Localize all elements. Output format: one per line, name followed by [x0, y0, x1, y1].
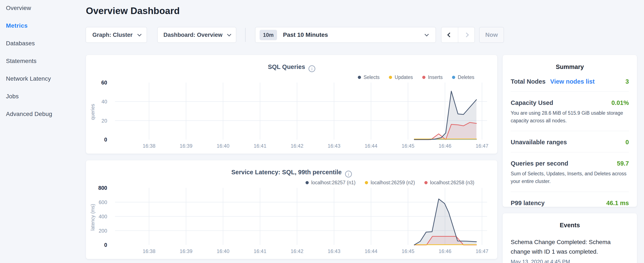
sidebar-item-jobs[interactable]: Jobs — [6, 93, 52, 100]
events-title: Events — [511, 222, 629, 229]
legend-dot-icon — [452, 76, 455, 79]
summary-row-queries-per-second: Queries per second 59.7 — [511, 160, 629, 167]
svg-text:16:39: 16:39 — [180, 143, 192, 149]
sidebar: Overview Metrics Databases Statements Ne… — [6, 5, 52, 117]
svg-text:16:43: 16:43 — [328, 248, 340, 254]
info-icon[interactable]: i — [345, 171, 352, 177]
view-nodes-list-link[interactable]: View nodes list — [550, 78, 595, 85]
summary-row-label: P99 latency — [511, 200, 545, 207]
chevron-down-icon — [424, 32, 429, 36]
svg-text:16:40: 16:40 — [217, 248, 230, 254]
summary-row-value: 59.7 — [617, 160, 629, 167]
svg-text:16:39: 16:39 — [180, 248, 192, 254]
chevron-down-icon — [137, 32, 142, 36]
legend-label: localhost:26257 (n1) — [311, 180, 356, 185]
service-latency-plot: 16:3816:3916:4016:4116:4216:4316:4416:45… — [86, 185, 498, 258]
chevron-left-icon — [447, 33, 452, 38]
time-step-back-button[interactable] — [442, 27, 458, 43]
sql-queries-chart-card: SQL Queriesi SelectsUpdatesInsertsDelete… — [86, 55, 498, 154]
svg-text:queries: queries — [90, 104, 96, 120]
time-range-selector[interactable]: 10m Past 10 Minutes — [255, 27, 436, 43]
summary-row-capacity-used: Capacity Used 0.01% — [511, 99, 629, 106]
page-title: Overview Dashboard — [86, 6, 180, 16]
chart-title: SQL Queriesi — [86, 63, 497, 72]
sidebar-item-overview[interactable]: Overview — [6, 5, 52, 12]
divider — [511, 131, 629, 131]
svg-text:16:46: 16:46 — [438, 248, 451, 254]
svg-text:800: 800 — [98, 185, 107, 191]
legend-label: Inserts — [428, 75, 443, 80]
events-panel: Events Schema Change Completed: Schema c… — [502, 213, 637, 263]
sidebar-item-advanced-debug[interactable]: Advanced Debug — [6, 111, 52, 117]
dashboard-dropdown[interactable]: Dashboard: Overview — [157, 27, 236, 43]
legend-item: Inserts — [422, 75, 443, 80]
svg-text:16:45: 16:45 — [402, 248, 414, 254]
summary-row-p99-latency: P99 latency 46.1 ms — [511, 200, 629, 207]
summary-row-label: Total Nodes — [511, 78, 546, 85]
sidebar-item-metrics[interactable]: Metrics — [6, 22, 52, 29]
svg-text:0: 0 — [104, 137, 107, 143]
legend-dot-icon — [306, 181, 309, 184]
divider — [245, 28, 246, 42]
now-button[interactable]: Now — [479, 27, 504, 43]
legend-item: localhost:26259 (n2) — [365, 180, 415, 185]
legend-item: Selects — [358, 75, 380, 80]
service-latency-chart-card: Service Latency: SQL, 99th percentilei l… — [86, 160, 498, 259]
legend-item: localhost:26258 (n3) — [424, 180, 474, 185]
sidebar-item-network-latency[interactable]: Network Latency — [6, 75, 52, 82]
svg-text:0: 0 — [104, 242, 107, 248]
sidebar-item-databases[interactable]: Databases — [6, 40, 52, 47]
legend-label: Updates — [394, 75, 413, 80]
time-range-label: Past 10 Minutes — [283, 32, 328, 38]
chart-title: Service Latency: SQL, 99th percentilei — [86, 169, 497, 177]
legend-dot-icon — [365, 181, 368, 184]
summary-row-value: 3 — [626, 78, 629, 85]
graph-scope-dropdown[interactable]: Graph: Cluster — [86, 27, 147, 43]
svg-text:40: 40 — [102, 99, 107, 105]
svg-text:16:41: 16:41 — [254, 248, 266, 254]
summary-row-unavailable-ranges: Unavailable ranges 0 — [511, 139, 629, 146]
legend-dot-icon — [424, 181, 428, 184]
summary-row-label: Queries per second — [511, 160, 568, 167]
chevron-down-icon — [227, 32, 231, 36]
legend-dot-icon — [422, 76, 426, 79]
legend-label: Deletes — [458, 75, 474, 80]
summary-row-total-nodes: Total Nodes View nodes list 3 — [511, 78, 629, 85]
svg-text:16:47: 16:47 — [476, 248, 488, 254]
summary-row-value: 0.01% — [612, 99, 629, 106]
svg-text:600: 600 — [99, 199, 107, 205]
sidebar-item-statements[interactable]: Statements — [6, 58, 52, 65]
svg-text:16:38: 16:38 — [143, 248, 156, 254]
summary-row-label: Capacity Used — [511, 99, 553, 106]
event-timestamp: May 13, 2020 at 4:45 PM — [511, 259, 629, 263]
legend-dot-icon — [389, 76, 392, 79]
summary-row-description: Sum of Selects, Updates, Inserts, and De… — [511, 170, 629, 185]
chart-legend: localhost:26257 (n1)localhost:26259 (n2)… — [306, 180, 474, 185]
summary-row-value: 46.1 ms — [606, 200, 629, 207]
legend-label: localhost:26259 (n2) — [370, 180, 415, 185]
divider — [511, 192, 629, 192]
summary-row-value: 0 — [626, 139, 629, 146]
dashboard-label: Dashboard: Overview — [164, 32, 222, 38]
divider — [511, 152, 629, 152]
chart-title-text: Service Latency: SQL, 99th percentile — [231, 169, 342, 176]
svg-text:16:44: 16:44 — [365, 143, 378, 149]
svg-text:16:41: 16:41 — [254, 143, 266, 149]
event-message[interactable]: Schema Change Completed: Schema change w… — [511, 237, 615, 256]
graph-scope-label: Graph: Cluster — [92, 32, 132, 38]
info-icon[interactable]: i — [308, 65, 315, 72]
svg-text:16:42: 16:42 — [291, 248, 304, 254]
time-range-badge: 10m — [260, 30, 277, 40]
svg-text:latency (ms): latency (ms) — [90, 204, 96, 230]
svg-text:20: 20 — [102, 118, 107, 124]
svg-text:16:42: 16:42 — [291, 143, 304, 149]
svg-text:16:46: 16:46 — [438, 143, 451, 149]
summary-title: Summary — [511, 63, 629, 70]
svg-text:16:38: 16:38 — [143, 143, 156, 149]
svg-text:200: 200 — [99, 228, 107, 234]
svg-text:16:40: 16:40 — [217, 143, 230, 149]
chart-title-text: SQL Queries — [268, 63, 305, 70]
time-step-forward-button[interactable] — [458, 27, 474, 43]
svg-text:400: 400 — [99, 214, 107, 219]
svg-text:60: 60 — [101, 80, 107, 86]
